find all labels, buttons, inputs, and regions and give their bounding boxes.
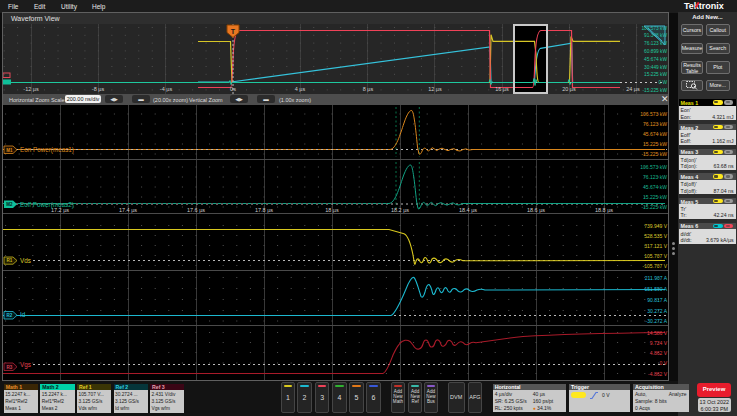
svg-text:-30.272 A: -30.272 A xyxy=(646,318,668,324)
svg-text:-12 µs: -12 µs xyxy=(23,86,39,92)
svg-text:15.225 kW: 15.225 kW xyxy=(644,72,667,77)
svg-text:17.4 µs: 17.4 µs xyxy=(119,207,137,213)
svg-text:20 µs: 20 µs xyxy=(562,86,576,92)
svg-text:-15.225 kW: -15.225 kW xyxy=(641,151,667,157)
svg-text:45.674 kW: 45.674 kW xyxy=(643,184,667,190)
svg-text:17.2 µs: 17.2 µs xyxy=(51,207,69,213)
svg-text:-15.225 kW: -15.225 kW xyxy=(641,204,667,210)
svg-text:45.674 kW: 45.674 kW xyxy=(644,57,667,62)
svg-text:17.6 µs: 17.6 µs xyxy=(187,207,205,213)
svg-text:18 µs: 18 µs xyxy=(325,207,339,213)
svg-text:R3: R3 xyxy=(7,365,13,370)
svg-text:18.2 µs: 18.2 µs xyxy=(391,207,409,213)
svg-text:15.225 kW: 15.225 kW xyxy=(643,194,667,200)
svg-text:30.449 kW: 30.449 kW xyxy=(644,65,667,70)
svg-text:M1: M1 xyxy=(6,148,13,153)
svg-text:Vgs: Vgs xyxy=(20,361,31,369)
svg-text:17.8 µs: 17.8 µs xyxy=(255,207,273,213)
svg-text:Eon Power(meas1): Eon Power(meas1) xyxy=(20,146,74,154)
svg-text:15.225 kW: 15.225 kW xyxy=(643,141,667,147)
svg-text:76.123 kW: 76.123 kW xyxy=(643,121,667,127)
svg-text:30.272 A: 30.272 A xyxy=(647,308,667,314)
svg-text:14.586 V: 14.586 V xyxy=(647,330,668,336)
svg-text:528.535 V: 528.535 V xyxy=(644,233,667,239)
svg-text:739.949 V: 739.949 V xyxy=(644,223,667,229)
svg-text:16 µs: 16 µs xyxy=(495,86,509,92)
svg-text:76.123 kW: 76.123 kW xyxy=(643,174,667,180)
svg-text:T: T xyxy=(231,28,236,35)
svg-text:4 µs: 4 µs xyxy=(295,86,306,92)
svg-text:R1: R1 xyxy=(7,258,13,263)
svg-text:105.707 V: 105.707 V xyxy=(644,253,667,259)
svg-text:M2: M2 xyxy=(6,202,13,207)
svg-text:0 W: 0 W xyxy=(658,80,667,85)
svg-text:151.590 A: 151.590 A xyxy=(644,286,667,292)
svg-text:106.573 kW: 106.573 kW xyxy=(640,111,667,117)
svg-text:90.817 A: 90.817 A xyxy=(647,297,667,303)
svg-text:-4.862 V: -4.862 V xyxy=(648,371,668,377)
svg-text:211.907 A: 211.907 A xyxy=(645,275,668,281)
svg-text:8 µs: 8 µs xyxy=(363,86,374,92)
svg-text:9.724 V: 9.724 V xyxy=(650,340,668,346)
svg-text:18.8 µs: 18.8 µs xyxy=(595,207,613,213)
svg-text:-8 µs: -8 µs xyxy=(92,86,105,92)
svg-text:-4 µs: -4 µs xyxy=(160,86,173,92)
svg-text:18.4 µs: 18.4 µs xyxy=(459,207,477,213)
svg-text:Id: Id xyxy=(20,311,26,318)
svg-text:317.121 V: 317.121 V xyxy=(644,243,667,249)
svg-text:-15.225 kW: -15.225 kW xyxy=(642,88,667,93)
svg-text:-105.707 V: -105.707 V xyxy=(643,263,668,269)
svg-text:Eoff Power(meas2): Eoff Power(meas2) xyxy=(20,201,74,209)
svg-text:24 µs: 24 µs xyxy=(626,86,640,92)
svg-text:0 V: 0 V xyxy=(659,360,667,366)
svg-text:4.862 V: 4.862 V xyxy=(650,350,668,356)
svg-text:45.674 kW: 45.674 kW xyxy=(643,131,667,137)
svg-text:18.6 µs: 18.6 µs xyxy=(527,207,545,213)
svg-text:R2: R2 xyxy=(7,313,13,318)
svg-text:60.899 kW: 60.899 kW xyxy=(644,49,667,54)
svg-text:0s: 0s xyxy=(230,86,236,92)
svg-text:12 µs: 12 µs xyxy=(428,86,442,92)
svg-text:106.573 kW: 106.573 kW xyxy=(640,164,667,170)
svg-text:Vds: Vds xyxy=(20,257,31,264)
